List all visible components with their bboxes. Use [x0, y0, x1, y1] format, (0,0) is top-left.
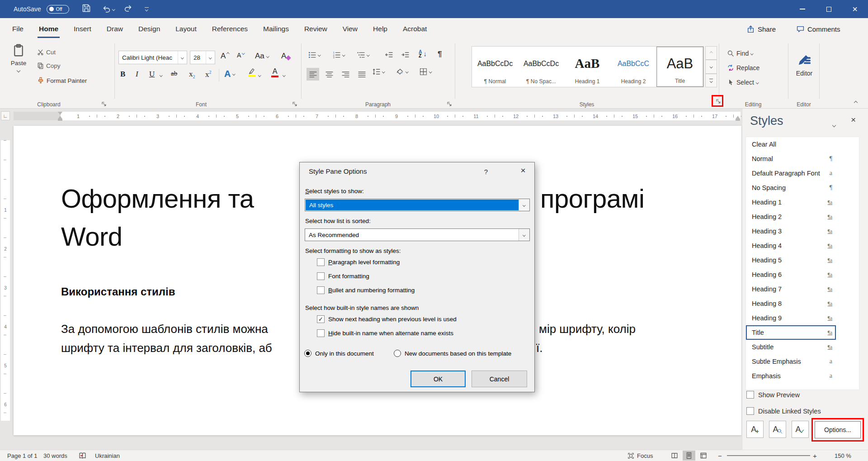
style-list-item[interactable]: Heading 7 ¶a — [746, 282, 836, 296]
text-effects-button[interactable]: A — [224, 69, 235, 79]
show-preview-checkbox[interactable]: Show Preview — [746, 391, 800, 399]
text-highlight-button[interactable] — [248, 68, 255, 77]
web-layout-button[interactable] — [697, 451, 710, 461]
ribbon-tab[interactable]: Home — [31, 18, 66, 40]
style-list-item[interactable]: Heading 4 ¶a — [746, 238, 836, 253]
align-center-button[interactable] — [323, 68, 335, 81]
styles-pane-close-button[interactable]: × — [851, 115, 856, 125]
justify-button[interactable] — [355, 68, 368, 81]
select-button[interactable]: Select — [727, 79, 758, 86]
ribbon-tab[interactable]: Draw — [99, 18, 131, 40]
checkbox-bullet-numbering-formatting[interactable]: Bullet and numbering formatting — [317, 286, 415, 294]
zoom-slider-track[interactable] — [727, 455, 810, 456]
style-list-item[interactable]: Clear All — [746, 137, 836, 152]
ribbon-tab[interactable]: Mailings — [255, 18, 297, 40]
font-dialog-launcher[interactable] — [291, 100, 298, 108]
disable-linked-styles-checkbox[interactable]: Disable Linked Styles — [746, 407, 821, 415]
grow-font-button[interactable]: A — [221, 52, 229, 61]
ribbon-tab[interactable]: Help — [365, 18, 395, 40]
style-gallery-item-heading2[interactable]: AaBbCcCHeading 2 — [610, 47, 656, 87]
clear-formatting-button[interactable]: A — [281, 52, 290, 61]
editor-button[interactable]: Editor — [792, 46, 816, 83]
ribbon-tab[interactable]: View — [335, 18, 365, 40]
combo-dropdown-icon[interactable] — [519, 199, 529, 211]
print-layout-button[interactable] — [683, 451, 695, 461]
style-gallery-item-title[interactable]: AaBTitle — [656, 47, 703, 87]
style-list-item[interactable]: Heading 2 ¶a — [746, 209, 836, 224]
borders-button[interactable] — [420, 68, 432, 76]
underline-dropdown-icon[interactable] — [160, 74, 162, 76]
horizontal-ruler[interactable]: ∟ 1234567891011121314151617 — [0, 111, 742, 121]
style-list-item[interactable]: Heading 8 ¶a — [746, 296, 836, 311]
proofing-status[interactable] — [79, 450, 86, 461]
dialog-close-button[interactable]: × — [512, 162, 534, 179]
checkbox-font-formatting[interactable]: Font formatting — [317, 272, 369, 280]
subscript-button[interactable]: x2 — [189, 70, 195, 79]
customize-quick-access-toolbar-button[interactable] — [145, 7, 149, 11]
superscript-button[interactable]: x2 — [205, 70, 212, 79]
style-gallery-item-normal[interactable]: AaBbCcDc¶ Normal — [472, 47, 518, 87]
first-line-indent-marker[interactable] — [58, 112, 62, 115]
style-list-item[interactable]: Title ¶a — [746, 325, 836, 340]
language-indicator[interactable]: Ukrainian — [95, 450, 120, 461]
focus-mode-button[interactable]: Focus — [627, 450, 653, 461]
hanging-indent-marker[interactable] — [58, 116, 62, 121]
styles-pane-menu-button[interactable] — [833, 120, 835, 128]
style-list-item[interactable]: Heading 1 ¶a — [746, 195, 836, 209]
tab-selector-button[interactable]: ∟ — [1, 111, 10, 120]
font-size-combo[interactable]: 28 — [190, 51, 215, 64]
collapse-ribbon-button[interactable] — [854, 98, 857, 106]
paste-button[interactable]: Paste — [6, 43, 31, 85]
style-gallery-item-no-spacing[interactable]: AaBbCcDc¶ No Spac... — [518, 47, 564, 87]
checkbox-show-next-heading[interactable]: ✓ Show next heading when previous level … — [317, 315, 457, 323]
redo-button[interactable] — [124, 4, 133, 14]
style-list-item[interactable]: Emphasis a — [746, 369, 836, 383]
combo-dropdown-icon[interactable] — [519, 229, 529, 241]
numbering-button[interactable] — [333, 51, 345, 59]
vertical-ruler[interactable]: 1 2 3 4 5 6 — [0, 121, 11, 450]
save-button[interactable] — [82, 4, 91, 14]
ribbon-tab[interactable]: Acrobat — [395, 18, 434, 40]
radio-new-documents-template[interactable]: New documents based on this template — [394, 350, 511, 357]
gallery-scroll-up-button[interactable] — [705, 46, 717, 60]
close-button[interactable]: × — [842, 0, 868, 18]
increase-indent-button[interactable] — [401, 51, 409, 59]
ribbon-tab[interactable]: References — [204, 18, 255, 40]
bullets-button[interactable] — [308, 51, 321, 59]
style-list-item[interactable]: Default Paragraph Font a — [746, 166, 836, 181]
style-list-item[interactable]: Heading 3 ¶a — [746, 224, 836, 238]
font-name-combo[interactable]: Calibri Light (Heac — [118, 51, 187, 64]
ribbon-tab[interactable]: Insert — [66, 18, 99, 40]
style-list-item[interactable]: No Spacing ¶ — [746, 181, 836, 195]
zoom-level[interactable]: 150 % — [835, 450, 851, 461]
gallery-more-button[interactable] — [705, 74, 717, 87]
new-style-button[interactable]: A + — [746, 421, 764, 438]
decrease-indent-button[interactable] — [385, 51, 393, 59]
font-color-button[interactable]: A — [271, 68, 278, 77]
sort-combo[interactable]: As Recommended — [305, 228, 530, 241]
comments-button[interactable]: Comments — [797, 22, 840, 36]
checkbox-paragraph-level-formatting[interactable]: Paragraph level formatting — [317, 258, 400, 266]
find-button[interactable]: Find — [727, 50, 753, 57]
read-mode-button[interactable] — [668, 451, 681, 461]
show-paragraph-marks-button[interactable]: ¶ — [438, 50, 442, 59]
align-left-button[interactable] — [307, 68, 319, 81]
cut-button[interactable]: Cut — [37, 49, 56, 56]
radio-only-in-this-document[interactable]: Only in this document — [304, 350, 374, 357]
italic-button[interactable]: I — [136, 70, 138, 79]
style-list-item[interactable]: Heading 9 ¶a — [746, 311, 836, 325]
maximize-button[interactable] — [816, 0, 842, 18]
underline-button[interactable]: U — [149, 70, 155, 79]
autosave-toggle[interactable]: Off — [47, 5, 69, 14]
copy-button[interactable]: Copy — [37, 62, 61, 69]
undo-button[interactable] — [102, 5, 115, 14]
change-case-button[interactable]: Aa — [255, 52, 269, 61]
ribbon-tab[interactable]: Layout — [168, 18, 204, 40]
dialog-help-button[interactable]: ? — [481, 166, 491, 177]
style-gallery-item-heading1[interactable]: AaBHeading 1 — [564, 47, 610, 87]
shrink-font-button[interactable]: A — [237, 52, 245, 59]
clipboard-dialog-launcher[interactable] — [100, 100, 108, 108]
style-inspector-button[interactable]: A — [769, 421, 786, 438]
word-count[interactable]: 30 words — [43, 450, 67, 461]
zoom-in-button[interactable]: + — [813, 450, 817, 461]
